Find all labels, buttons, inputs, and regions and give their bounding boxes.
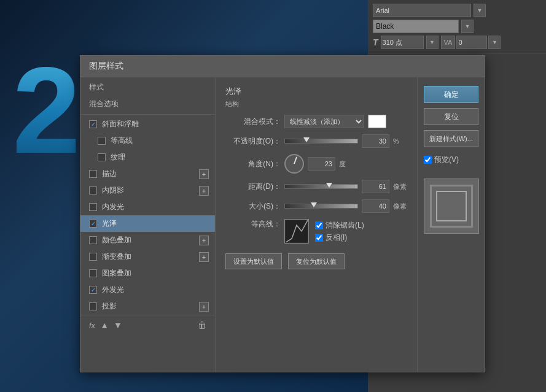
reset-button[interactable]: 复位 — [424, 108, 478, 125]
font-color-input[interactable] — [373, 20, 459, 33]
contour-options: 消除锯齿(L) 反相(I) — [315, 220, 364, 243]
delete-button[interactable]: 🗑 — [198, 320, 206, 330]
preview-checkbox[interactable] — [424, 156, 432, 164]
color-overlay-checkbox[interactable] — [89, 236, 97, 244]
preview-label: 预览(V) — [434, 155, 459, 165]
sidebar-item-outer-glow[interactable]: 外发光 — [80, 282, 215, 298]
distance-slider[interactable]: 像素 — [284, 180, 407, 193]
size-slider[interactable]: 像素 — [284, 199, 407, 213]
va-label: VA — [441, 36, 456, 49]
contour-checkbox[interactable] — [98, 137, 106, 145]
background-number: 2 — [12, 49, 80, 172]
inner-glow-label: 内发光 — [102, 202, 206, 212]
blend-mode-select[interactable]: 线性减淡（添加） — [284, 115, 364, 128]
styles-header: 样式 — [80, 77, 215, 95]
reset-default-button[interactable]: 复位为默认值 — [288, 253, 345, 269]
move-up-button[interactable]: ▲ — [100, 320, 109, 330]
color-overlay-plus[interactable]: + — [199, 236, 209, 245]
outer-glow-checkbox[interactable] — [89, 286, 97, 294]
pattern-overlay-checkbox[interactable] — [89, 269, 97, 277]
blend-options-item[interactable]: 混合选项 — [80, 95, 215, 113]
inner-glow-checkbox[interactable] — [89, 203, 97, 211]
contour-label-text: 等高线： — [225, 219, 281, 229]
angle-dial[interactable] — [284, 154, 304, 174]
blend-mode-label: 混合模式： — [225, 117, 281, 127]
size-label: 大小(S)： — [225, 201, 281, 212]
opacity-input[interactable] — [362, 134, 389, 148]
section-label: 结构 — [225, 99, 407, 109]
move-down-button[interactable]: ▼ — [114, 320, 122, 330]
distance-label: 距离(D)： — [225, 182, 281, 192]
stroke-checkbox[interactable] — [89, 170, 97, 178]
texture-checkbox[interactable] — [98, 153, 106, 161]
bevel-label: 斜面和浮雕 — [102, 119, 206, 129]
contour-row: 等高线： 消除锯齿(L) — [225, 219, 407, 244]
va-arrow[interactable]: ▼ — [488, 36, 501, 49]
sidebar-item-stroke[interactable]: 描边 + — [80, 166, 215, 182]
font-size-input[interactable] — [381, 36, 424, 49]
set-default-button[interactable]: 设置为默认值 — [225, 253, 282, 269]
opacity-slider[interactable]: % — [284, 134, 407, 148]
drop-shadow-label: 投影 — [102, 301, 206, 312]
invert-label[interactable]: 反相(I) — [315, 233, 364, 243]
stroke-plus[interactable]: + — [199, 169, 209, 179]
invert-checkbox[interactable] — [315, 234, 323, 242]
font-family-arrow[interactable]: ▼ — [474, 4, 486, 17]
drop-shadow-plus[interactable]: + — [199, 302, 209, 312]
angle-unit: 度 — [339, 159, 350, 169]
separator-1 — [80, 114, 215, 115]
inner-shadow-checkbox[interactable] — [89, 186, 97, 194]
opacity-track[interactable] — [284, 139, 358, 144]
preview-checkbox-label[interactable]: 预览(V) — [424, 152, 478, 167]
sidebar-item-pattern-overlay[interactable]: 图案叠加 — [80, 265, 215, 282]
anti-alias-checkbox[interactable] — [315, 221, 323, 229]
size-unit: 像素 — [393, 202, 407, 211]
angle-label: 角度(N)： — [225, 159, 281, 169]
font-family-input[interactable] — [373, 4, 471, 17]
opacity-unit: % — [393, 137, 404, 145]
font-size-arrow[interactable]: ▼ — [426, 36, 439, 49]
opacity-thumb[interactable] — [303, 137, 310, 142]
sidebar-item-bevel[interactable]: 斜面和浮雕 — [80, 116, 215, 133]
sidebar-item-color-overlay[interactable]: 颜色叠加 + — [80, 232, 215, 248]
svg-rect-0 — [286, 220, 308, 242]
outer-glow-label: 外发光 — [102, 285, 206, 295]
color-swatch[interactable] — [368, 115, 386, 128]
bevel-checkbox[interactable] — [89, 120, 97, 128]
va-box: VA ▼ — [441, 36, 501, 49]
confirm-button[interactable]: 确定 — [424, 86, 478, 103]
sidebar-item-contour[interactable]: 等高线 — [80, 133, 215, 149]
distance-input[interactable] — [362, 180, 389, 193]
gradient-overlay-checkbox[interactable] — [89, 253, 97, 261]
settings-title: 光泽 — [225, 86, 407, 97]
anti-alias-label[interactable]: 消除锯齿(L) — [315, 220, 364, 231]
satin-checkbox[interactable] — [89, 220, 97, 228]
font-size-icon: T — [373, 37, 378, 47]
distance-track[interactable] — [284, 184, 358, 189]
dialog-title: 图层样式 — [80, 56, 485, 77]
satin-label: 光泽 — [102, 218, 206, 229]
size-track[interactable] — [284, 204, 358, 209]
preview-area — [424, 179, 479, 234]
sidebar-item-texture[interactable]: 纹理 — [80, 149, 215, 166]
sidebar-item-gradient-overlay[interactable]: 渐变叠加 + — [80, 248, 215, 265]
angle-input[interactable] — [308, 157, 335, 171]
drop-shadow-checkbox[interactable] — [89, 302, 97, 310]
new-style-button[interactable]: 新建样式(W)... — [424, 130, 478, 147]
sidebar-item-inner-shadow[interactable]: 内阴影 + — [80, 182, 215, 199]
sidebar-item-drop-shadow[interactable]: 投影 + — [80, 298, 215, 315]
gradient-overlay-plus[interactable]: + — [199, 252, 209, 262]
sidebar-item-satin[interactable]: 光泽 — [80, 215, 215, 232]
gradient-overlay-label: 渐变叠加 — [102, 252, 206, 262]
size-thumb[interactable] — [311, 202, 317, 207]
color-overlay-label: 颜色叠加 — [102, 235, 206, 245]
va-input[interactable] — [456, 36, 487, 49]
size-input[interactable] — [362, 199, 389, 213]
sidebar-item-inner-glow[interactable]: 内发光 — [80, 199, 215, 215]
contour-preview[interactable] — [284, 219, 309, 244]
bottom-buttons: 设置为默认值 复位为默认值 — [225, 253, 407, 269]
inner-shadow-plus[interactable]: + — [199, 186, 209, 196]
contour-container: 消除锯齿(L) 反相(I) — [284, 219, 364, 244]
font-color-arrow[interactable]: ▼ — [461, 20, 474, 33]
distance-thumb[interactable] — [326, 183, 332, 188]
